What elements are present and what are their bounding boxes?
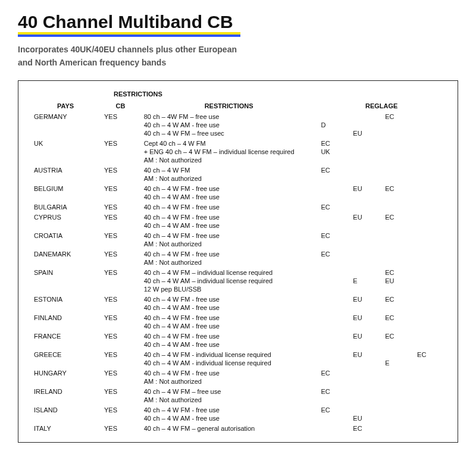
cell	[381, 148, 414, 156]
cell	[317, 240, 349, 248]
cell: YES	[101, 211, 140, 221]
cell: YES	[101, 137, 140, 148]
cell: 40 ch – 4 W FM - free use	[140, 248, 318, 258]
cell: YES	[101, 349, 140, 359]
cell	[381, 414, 414, 422]
cell	[349, 230, 381, 240]
cell	[30, 121, 101, 129]
th-pays: PAYS	[30, 101, 101, 111]
cell	[317, 193, 349, 201]
cell: 40 ch – 4 W AM - free use	[140, 340, 318, 349]
cell	[317, 359, 349, 367]
cell	[414, 248, 446, 258]
table-row: 40 ch – 4 W AM - free use	[30, 193, 446, 201]
cell	[349, 367, 381, 377]
cell: 40 ch – 4 W AM - free use	[140, 121, 318, 129]
cell	[414, 240, 446, 248]
cell	[414, 211, 446, 221]
cell	[101, 414, 140, 422]
table-row: 40 ch – 4 W FM – free usecEU	[30, 129, 446, 137]
cell: IRELAND	[30, 386, 101, 396]
cell	[349, 174, 381, 183]
table-row: 40 ch – 4 W AM - free use	[30, 322, 446, 330]
cell	[349, 258, 381, 267]
cell	[381, 258, 414, 267]
table-row: DANEMARKYES40 ch – 4 W FM - free useEC	[30, 248, 446, 258]
cell	[414, 258, 446, 267]
cell	[349, 221, 381, 230]
cell	[30, 377, 101, 386]
table-row: HUNGARYYES40 ch – 4 W FM - free useEC	[30, 367, 446, 377]
table-row: 40 ch – 4 W AM - free use	[30, 340, 446, 349]
cell	[381, 164, 414, 174]
cell	[101, 156, 140, 164]
cell	[381, 422, 414, 433]
table-row: AM : Not authorized	[30, 258, 446, 267]
cell: EC	[414, 349, 446, 359]
cell	[101, 277, 140, 285]
table-row: 40 ch – 4 W AM - free use	[30, 221, 446, 230]
cell: HUNGARY	[30, 367, 101, 377]
cell	[349, 137, 381, 148]
cell	[317, 221, 349, 230]
cell: 40 ch – 4 W FM – free use	[140, 386, 318, 396]
table-row: 40 ch – 4 W AM - free use	[30, 303, 446, 312]
cell: 40 ch – 4 W FM – individual license requ…	[140, 267, 318, 277]
cell: 40 ch – 4 W FM - free use	[140, 293, 318, 303]
cell	[101, 359, 140, 367]
table-row: ITALYYES40 ch – 4 W FM – general autoris…	[30, 422, 446, 433]
cell: EC	[317, 230, 349, 240]
cell	[414, 164, 446, 174]
cell: BULGARIA	[30, 201, 101, 211]
cell: EC	[317, 164, 349, 174]
cell	[381, 377, 414, 386]
cell: YES	[101, 267, 140, 277]
cell: 40 ch – 4 W FM – general autorisation	[140, 422, 318, 433]
cell: EU	[349, 330, 381, 340]
table-row: + ENG 40 ch – 4 W FM – individual licens…	[30, 148, 446, 156]
restrictions-table: PAYS CB RESTRICTIONS REGLAGE GERMANYYES8…	[30, 101, 446, 433]
cell: 40 ch – 4 W FM - free use	[140, 201, 318, 211]
table-row: IRELANDYES40 ch – 4 W FM – free useEC	[30, 386, 446, 396]
th-reg-d	[414, 101, 446, 111]
cell	[317, 285, 349, 293]
cell: EC	[317, 404, 349, 414]
cell	[349, 193, 381, 201]
cell	[414, 377, 446, 386]
cell	[30, 322, 101, 330]
cell	[349, 121, 381, 129]
cell	[317, 312, 349, 322]
cell: 40 ch – 4 W AM – individual license requ…	[140, 277, 318, 285]
cell	[349, 396, 381, 404]
cell	[349, 359, 381, 367]
cell	[30, 193, 101, 201]
cell	[101, 340, 140, 349]
cell: 40 ch – 4 W FM – free usec	[140, 129, 318, 137]
table-row: 12 W pep BLU/SSB	[30, 285, 446, 293]
cell	[101, 174, 140, 183]
cell	[414, 359, 446, 367]
table-row: AM : Not authorized	[30, 377, 446, 386]
cell	[101, 285, 140, 293]
cell: 40 ch – 4 W AM - free use	[140, 193, 318, 201]
cell	[101, 221, 140, 230]
cell: UK	[30, 137, 101, 148]
cell: EC	[349, 422, 381, 433]
cell	[381, 174, 414, 183]
cell: UK	[317, 148, 349, 156]
th-reglage: REGLAGE	[349, 101, 414, 111]
cell	[349, 248, 381, 258]
cell	[30, 277, 101, 285]
cell: BELGIUM	[30, 183, 101, 193]
cell	[101, 396, 140, 404]
cell: EC	[381, 183, 414, 193]
cell	[30, 359, 101, 367]
cell	[30, 285, 101, 293]
cell: 40 ch – 4 W FM - free use	[140, 211, 318, 221]
cell: DANEMARK	[30, 248, 101, 258]
cell	[101, 148, 140, 156]
cell	[414, 111, 446, 121]
cell: YES	[101, 422, 140, 433]
cell	[30, 303, 101, 312]
cell: EC	[317, 367, 349, 377]
